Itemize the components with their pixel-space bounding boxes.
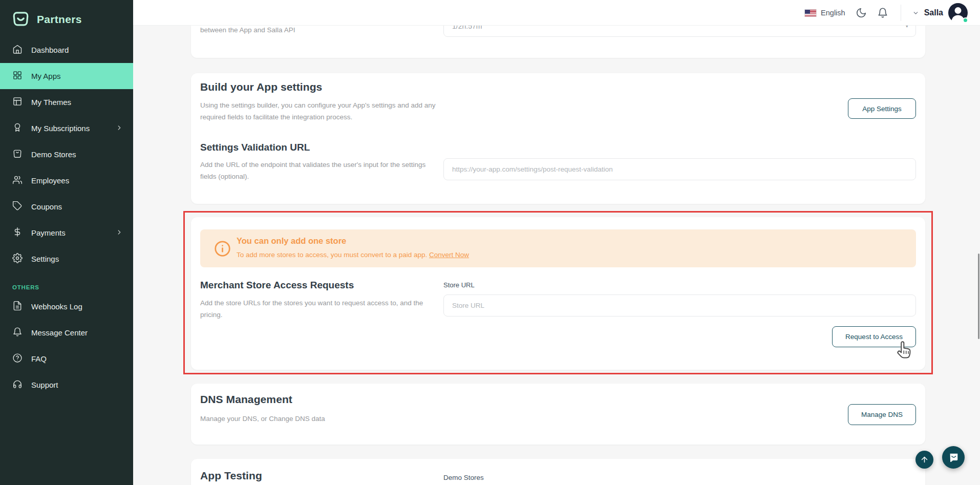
moon-icon (856, 7, 867, 18)
users-icon (12, 175, 23, 186)
highlight-red-outline: You can only add one store To add more s… (183, 211, 933, 374)
sidebar-item-label: FAQ (31, 354, 47, 363)
alert-title: You can only add one store (237, 236, 346, 246)
sidebar-item-dashboard[interactable]: Dashboard (0, 37, 133, 63)
sidebar-item-label: My Themes (31, 98, 71, 107)
alert-text-body: To add more stores to access, you must c… (237, 251, 427, 259)
scrollbar-thumb[interactable] (978, 254, 979, 339)
sidebar-item-label: Webhooks Log (31, 302, 82, 311)
others-section-label: OTHERS (12, 284, 133, 290)
dns-management-card: DNS Management Manage your DNS, or Chang… (191, 384, 925, 445)
brand-name: Partners (37, 13, 82, 26)
dollar-icon (12, 227, 23, 239)
salla-bag-icon (11, 9, 30, 30)
validation-url-input[interactable] (443, 158, 916, 180)
file-text-icon (12, 301, 23, 312)
convert-now-link[interactable]: Convert Now (429, 251, 469, 259)
main-content: between the App and Salla API 1/2h:57m ▾… (133, 26, 980, 485)
webhook-security-card: between the App and Salla API 1/2h:57m ▾ (191, 26, 925, 58)
chevron-down-icon (912, 10, 919, 16)
sidebar-item-label: Message Center (31, 328, 88, 337)
chevron-right-icon (116, 124, 123, 133)
sidebar-item-message-center[interactable]: Message Center (0, 320, 133, 346)
brand-logo[interactable]: Partners (0, 0, 133, 32)
sidebar-item-my-themes[interactable]: My Themes (0, 89, 133, 115)
app-testing-title: App Testing (200, 470, 262, 482)
us-flag-icon (804, 9, 817, 17)
online-status-dot (963, 17, 968, 23)
help-circle-icon (12, 353, 23, 365)
one-store-alert: You can only add one store To add more s… (200, 229, 916, 267)
top-header: English Salla (133, 0, 980, 26)
shopping-bag-icon (12, 149, 23, 160)
user-menu[interactable]: Salla (912, 3, 968, 23)
dns-description: Manage your DNS, or Change DNS data (200, 413, 325, 425)
build-app-settings-card: Build your App settings Using the settin… (191, 73, 925, 204)
sidebar-item-label: Payments (31, 228, 66, 237)
sidebar-item-faq[interactable]: FAQ (0, 346, 133, 372)
demo-stores-label: Demo Stores (443, 474, 484, 481)
merchant-access-title: Merchant Store Access Requests (200, 280, 354, 291)
api-field-value: 1/2h:57m (452, 26, 482, 30)
sidebar-item-label: Employees (31, 176, 69, 185)
sidebar-item-label: Demo Stores (31, 150, 76, 159)
api-card-field[interactable]: 1/2h:57m ▾ (443, 26, 916, 37)
headphones-icon (12, 379, 23, 391)
merchant-access-description: Add the store URLs for the stores you wa… (200, 297, 439, 321)
merchant-access-card: You can only add one store To add more s… (191, 217, 925, 370)
alert-text: To add more stores to access, you must c… (237, 251, 469, 259)
sidebar: Partners Dashboard My Apps My Themes My … (0, 0, 133, 485)
salla-partners-page: Partners Dashboard My Apps My Themes My … (0, 0, 980, 485)
sidebar-menu: Dashboard My Apps My Themes My Subscript… (0, 37, 133, 398)
home-icon (12, 44, 23, 56)
sidebar-item-my-subscriptions[interactable]: My Subscriptions (0, 115, 133, 141)
sidebar-item-support[interactable]: Support (0, 372, 133, 398)
sidebar-item-label: Support (31, 381, 58, 389)
gear-icon (12, 253, 23, 265)
chat-bubble-icon (948, 452, 959, 463)
chevron-down-icon: ▾ (905, 26, 908, 29)
sidebar-item-employees[interactable]: Employees (0, 167, 133, 194)
sidebar-item-label: Dashboard (31, 46, 69, 54)
info-icon (214, 240, 231, 259)
award-icon (12, 122, 23, 134)
username: Salla (924, 8, 943, 17)
sidebar-item-label: Coupons (31, 202, 62, 211)
sidebar-item-payments[interactable]: Payments (0, 220, 133, 246)
chevron-right-icon (116, 228, 123, 237)
settings-validation-description: Add the URL of the endpoint that validat… (200, 159, 439, 182)
chat-widget-button[interactable] (942, 446, 965, 469)
sidebar-item-demo-stores[interactable]: Demo Stores (0, 141, 133, 167)
header-divider (901, 5, 901, 21)
sidebar-item-my-apps[interactable]: My Apps (0, 63, 133, 89)
sidebar-item-label: My Subscriptions (31, 124, 90, 133)
card-description: Using the settings builder, you can conf… (200, 99, 449, 123)
settings-validation-title: Settings Validation URL (200, 142, 310, 153)
store-url-input[interactable] (443, 294, 916, 317)
layout-icon (12, 96, 23, 108)
grid-icon (12, 70, 23, 82)
api-card-description: between the App and Salla API (200, 26, 295, 36)
language-switcher[interactable]: English (804, 9, 845, 17)
notifications-button[interactable] (877, 7, 888, 18)
language-label: English (821, 9, 845, 17)
dark-mode-toggle[interactable] (856, 7, 867, 18)
app-testing-card: App Testing Demo Stores (191, 459, 925, 485)
manage-dns-button[interactable]: Manage DNS (848, 404, 916, 425)
store-url-label: Store URL (443, 281, 475, 289)
avatar[interactable] (948, 3, 968, 23)
app-settings-button[interactable]: App Settings (848, 98, 916, 119)
sidebar-item-label: Settings (31, 255, 59, 263)
request-to-access-button[interactable]: Request to Access (832, 326, 916, 347)
sidebar-item-coupons[interactable]: Coupons (0, 194, 133, 220)
sidebar-item-settings[interactable]: Settings (0, 246, 133, 272)
arrow-up-icon (920, 455, 929, 464)
bell-icon (12, 327, 23, 339)
sidebar-item-webhooks-log[interactable]: Webhooks Log (0, 293, 133, 320)
card-title: Build your App settings (200, 81, 322, 93)
dns-title: DNS Management (200, 393, 292, 406)
bell-icon (877, 7, 888, 18)
scroll-to-top-button[interactable] (915, 451, 933, 469)
sidebar-item-label: My Apps (31, 72, 61, 80)
tag-icon (12, 201, 23, 213)
